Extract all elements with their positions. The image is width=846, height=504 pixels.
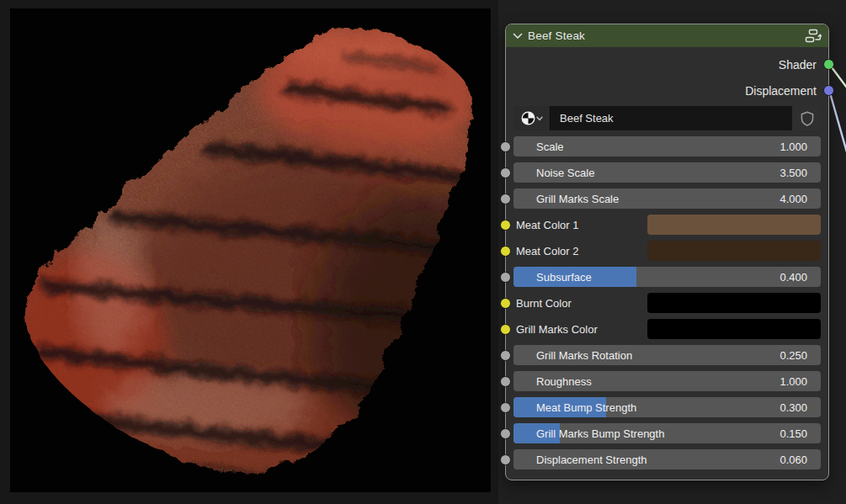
node-input-row: Meat Color 2 [513, 241, 821, 261]
node-rows: Scale1.000Noise Scale3.500Grill Marks Sc… [506, 136, 828, 480]
steak-render [10, 8, 491, 492]
color-input-label: Burnt Color [513, 297, 647, 310]
color-swatch[interactable] [647, 319, 821, 339]
slider-value: 0.250 [779, 349, 807, 362]
slider-label: Subsurface [536, 271, 592, 284]
collapse-chevron-icon[interactable] [513, 33, 523, 40]
node-input-row: Scale1.000 [513, 136, 821, 157]
color-swatch[interactable] [647, 241, 821, 261]
node-input-row: Roughness1.000 [513, 371, 821, 391]
color-input-label: Meat Color 2 [513, 245, 647, 257]
material-name: Beef Steak [560, 112, 614, 125]
material-browse-button[interactable] [513, 106, 550, 130]
color-swatch[interactable] [647, 293, 821, 313]
slider-label: Grill Marks Rotation [536, 349, 632, 362]
input-socket[interactable] [500, 220, 511, 231]
steak-image [10, 8, 491, 492]
slider-label: Meat Bump Strength [536, 401, 636, 414]
material-selector: Beef Steak [513, 106, 821, 130]
input-socket[interactable] [500, 167, 511, 178]
input-socket[interactable] [500, 194, 511, 204]
slider-value: 0.060 [779, 454, 807, 466]
input-socket[interactable] [500, 376, 511, 387]
value-slider[interactable]: Noise Scale3.500 [513, 162, 821, 183]
material-name-field[interactable]: Beef Steak [550, 106, 792, 130]
node-input-row: Grill Marks Rotation0.250 [513, 345, 821, 365]
output-row-shader: Shader [506, 51, 828, 77]
node-beef-steak[interactable]: Beef Steak Shader Displacement [505, 24, 829, 480]
output-label: Shader [779, 58, 817, 72]
slider-label: Roughness [536, 375, 592, 388]
slider-label: Grill Marks Scale [536, 193, 619, 205]
value-slider[interactable]: Displacement Strength0.060 [513, 449, 821, 470]
slider-value: 0.400 [779, 271, 807, 284]
node-input-row: Noise Scale3.500 [513, 162, 821, 183]
value-slider[interactable]: Grill Marks Scale4.000 [513, 188, 821, 209]
color-input-label: Grill Marks Color [513, 323, 647, 336]
input-socket[interactable] [500, 428, 511, 439]
input-socket[interactable] [500, 402, 511, 413]
input-socket[interactable] [500, 298, 511, 309]
node-input-row: Meat Bump Strength0.300 [513, 397, 821, 417]
fake-user-button[interactable] [793, 106, 821, 130]
slider-label: Noise Scale [536, 167, 594, 179]
input-socket[interactable] [500, 324, 511, 335]
node-header[interactable]: Beef Steak [506, 24, 828, 47]
shader-output-socket[interactable] [823, 59, 834, 70]
link-displacement [829, 90, 846, 152]
shield-icon [801, 111, 814, 126]
node-input-row: Displacement Strength0.060 [513, 449, 821, 470]
output-row-displacement: Displacement [506, 77, 828, 103]
chevron-down-icon [536, 116, 543, 121]
input-socket[interactable] [500, 246, 511, 257]
slider-label: Displacement Strength [536, 454, 647, 466]
color-input-label: Meat Color 1 [513, 219, 647, 231]
node-input-row: Meat Color 1 [513, 215, 821, 235]
material-preview-icon [521, 111, 535, 125]
node-outputs: Shader Displacement [506, 47, 828, 103]
node-group-icon [805, 29, 822, 43]
node-input-row: Grill Marks Bump Strength0.150 [513, 423, 821, 443]
value-slider[interactable]: Grill Marks Bump Strength0.150 [513, 423, 821, 443]
node-input-row: Subsurface0.400 [513, 267, 821, 287]
input-socket[interactable] [500, 350, 511, 361]
input-socket[interactable] [500, 272, 511, 283]
input-socket[interactable] [500, 454, 511, 465]
node-input-row: Grill Marks Color [513, 319, 821, 339]
slider-value: 0.300 [779, 401, 807, 414]
slider-value: 1.000 [779, 375, 807, 388]
value-slider[interactable]: Grill Marks Rotation0.250 [513, 345, 821, 365]
node-title: Beef Steak [528, 29, 800, 42]
input-socket[interactable] [500, 141, 511, 152]
value-slider[interactable]: Meat Bump Strength0.300 [513, 397, 821, 417]
slider-label: Grill Marks Bump Strength [536, 427, 664, 440]
blender-shader-editor: { "viewport": { "background": "#020202" … [0, 0, 846, 504]
node-input-row: Burnt Color [513, 293, 821, 313]
slider-value: 3.500 [779, 167, 807, 179]
color-swatch[interactable] [647, 215, 821, 235]
slider-value: 1.000 [779, 141, 807, 153]
output-label: Displacement [745, 84, 817, 98]
value-slider[interactable]: Roughness1.000 [513, 371, 821, 391]
value-slider[interactable]: Scale1.000 [513, 136, 821, 157]
slider-value: 4.000 [779, 193, 807, 205]
value-slider[interactable]: Subsurface0.400 [513, 267, 821, 287]
displacement-output-socket[interactable] [823, 85, 834, 96]
render-viewport [0, 0, 498, 504]
node-input-row: Grill Marks Scale4.000 [513, 188, 821, 209]
slider-value: 0.150 [779, 427, 807, 440]
slider-label: Scale [536, 141, 564, 153]
